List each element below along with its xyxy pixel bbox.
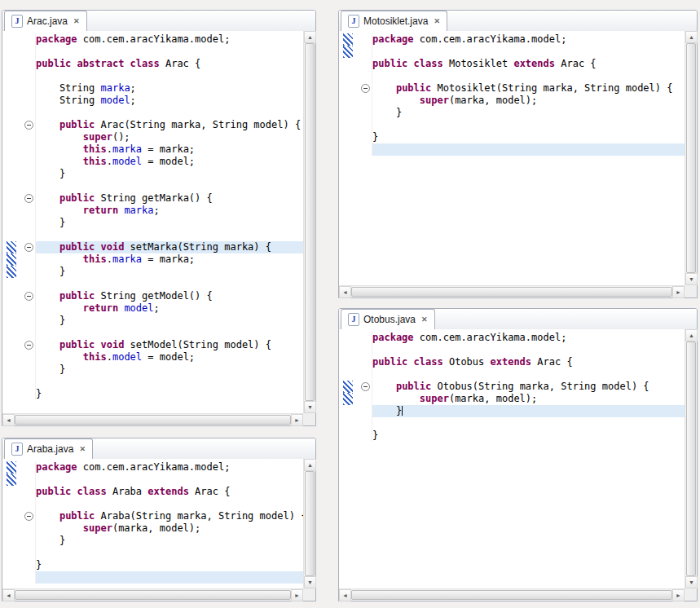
code-text[interactable] [36,107,303,119]
code-text[interactable]: } [36,363,303,376]
scroll-up-arrow[interactable]: ▲ [685,31,698,43]
scroll-right-arrow[interactable]: ► [291,589,303,601]
current-line[interactable] [36,571,303,584]
code-text[interactable] [36,474,303,486]
code-text[interactable]: this.marka = marka; [36,143,303,156]
current-line[interactable] [372,143,685,156]
code-text[interactable]: public Araba(String marka, String model)… [36,510,303,522]
code-viewport[interactable]: package com.cem.aracYikama.model;public … [339,329,685,588]
horizontal-scrollbar-thumb[interactable] [15,415,291,425]
code-text[interactable]: public void setModel(String model) { [36,339,303,351]
vertical-scrollbar[interactable]: ▲ ▼ [685,31,697,285]
code-viewport[interactable]: package com.cem.aracYikama.model;public … [2,31,303,413]
code-viewport[interactable]: package com.cem.aracYikama.model;public … [339,31,685,285]
vertical-scrollbar-thumb[interactable] [686,341,696,576]
collapse-icon[interactable] [24,292,33,301]
code-text[interactable]: this.model = model; [36,156,303,168]
code-text[interactable] [36,376,303,388]
code-text[interactable]: super(); [36,131,303,143]
code-text[interactable]: public class Otobus extends Arac { [372,356,685,368]
code-viewport[interactable]: package com.cem.aracYikama.model;public … [2,459,303,588]
scroll-left-arrow[interactable]: ◄ [339,286,351,298]
code-text[interactable]: package com.cem.aracYikama.model; [372,33,685,46]
collapse-icon[interactable] [361,382,370,391]
code-text[interactable] [36,327,303,339]
collapse-icon[interactable] [24,341,33,350]
collapse-icon[interactable] [24,121,33,130]
code-text[interactable] [36,46,303,58]
tab-motosiklet-java[interactable]: J Motosiklet.java ✕ [341,11,447,32]
code-editor[interactable]: package com.cem.aracYikama.model;public … [2,459,315,601]
code-text[interactable]: this.marka = marka; [36,253,303,266]
scroll-left-arrow[interactable]: ◄ [2,589,15,601]
code-text[interactable] [372,417,685,430]
scroll-left-arrow[interactable]: ◄ [2,414,15,426]
scroll-right-arrow[interactable]: ► [672,286,685,298]
code-text[interactable]: String model; [36,95,303,107]
vertical-scrollbar[interactable]: ▲ ▼ [303,31,315,413]
code-text[interactable]: public String getMarka() { [36,192,303,205]
scroll-up-arrow[interactable]: ▲ [685,329,698,341]
code-text[interactable]: package com.cem.aracYikama.model; [36,461,303,474]
code-text[interactable]: package com.cem.aracYikama.model; [36,33,303,46]
code-text[interactable]: } [36,535,303,547]
horizontal-scrollbar-thumb[interactable] [351,590,672,600]
code-text[interactable]: public Otobus(String marka, String model… [372,381,685,393]
scroll-down-arrow[interactable]: ▼ [685,576,698,588]
code-text[interactable]: } [372,107,685,119]
horizontal-scrollbar[interactable]: ◄ ► [339,588,685,601]
code-text[interactable] [36,70,303,82]
collapse-icon[interactable] [24,512,33,521]
code-text[interactable]: package com.cem.aracYikama.model; [372,332,685,344]
vertical-scrollbar-thumb[interactable] [305,471,315,576]
code-text[interactable]: } [36,217,303,229]
scroll-down-arrow[interactable]: ▼ [304,401,316,413]
code-text[interactable]: return model; [36,302,303,315]
tab-close-icon[interactable]: ✕ [421,315,428,324]
scroll-down-arrow[interactable]: ▼ [304,576,316,588]
tab-arac-java[interactable]: J Arac.java ✕ [4,11,87,32]
vertical-scrollbar[interactable]: ▲ ▼ [685,329,697,588]
code-text[interactable]: } [372,430,685,442]
code-text[interactable]: String marka; [36,82,303,95]
scroll-right-arrow[interactable]: ► [291,414,303,426]
horizontal-scrollbar[interactable]: ◄ ► [2,413,303,425]
code-text[interactable]: return marka; [36,205,303,217]
tab-close-icon[interactable]: ✕ [73,17,80,25]
tab-otobus-java[interactable]: J Otobus.java ✕ [341,309,435,330]
code-text[interactable]: } [36,388,303,400]
scroll-left-arrow[interactable]: ◄ [339,589,351,601]
scroll-up-arrow[interactable]: ▲ [304,31,316,43]
vertical-scrollbar-thumb[interactable] [686,43,696,273]
scroll-down-arrow[interactable]: ▼ [685,273,698,285]
scroll-up-arrow[interactable]: ▲ [304,459,316,471]
code-editor[interactable]: package com.cem.aracYikama.model;public … [339,31,697,297]
tab-close-icon[interactable]: ✕ [79,445,86,453]
collapse-icon[interactable] [24,243,33,252]
horizontal-scrollbar[interactable]: ◄ ► [339,285,685,297]
code-text[interactable]: public class Araba extends Arac { [36,486,303,498]
code-text[interactable]: } [36,559,303,571]
code-text[interactable]: } [372,131,685,143]
code-editor[interactable]: package com.cem.aracYikama.model;public … [2,31,315,425]
code-text[interactable]: super(marka, model); [372,393,685,405]
collapse-icon[interactable] [361,84,370,93]
code-editor[interactable]: package com.cem.aracYikama.model;public … [339,329,697,601]
code-text[interactable]: public class Motosiklet extends Arac { [372,58,685,70]
scroll-right-arrow[interactable]: ► [672,589,685,601]
code-text[interactable]: public abstract class Arac { [36,58,303,70]
current-line[interactable]: } [372,405,685,417]
code-text[interactable]: public Motosiklet(String marka, String m… [372,82,685,95]
current-line[interactable]: public void setMarka(String marka) { [36,241,303,253]
horizontal-scrollbar-thumb[interactable] [15,590,291,600]
code-text[interactable] [36,229,303,241]
code-text[interactable] [36,180,303,192]
vertical-scrollbar[interactable]: ▲ ▼ [303,459,315,588]
collapse-icon[interactable] [24,194,33,203]
vertical-scrollbar-thumb[interactable] [305,43,315,401]
code-text[interactable]: } [36,315,303,327]
tab-close-icon[interactable]: ✕ [434,17,440,25]
code-text[interactable]: this.model = model; [36,351,303,363]
code-text[interactable] [372,344,685,356]
code-text[interactable] [372,70,685,82]
